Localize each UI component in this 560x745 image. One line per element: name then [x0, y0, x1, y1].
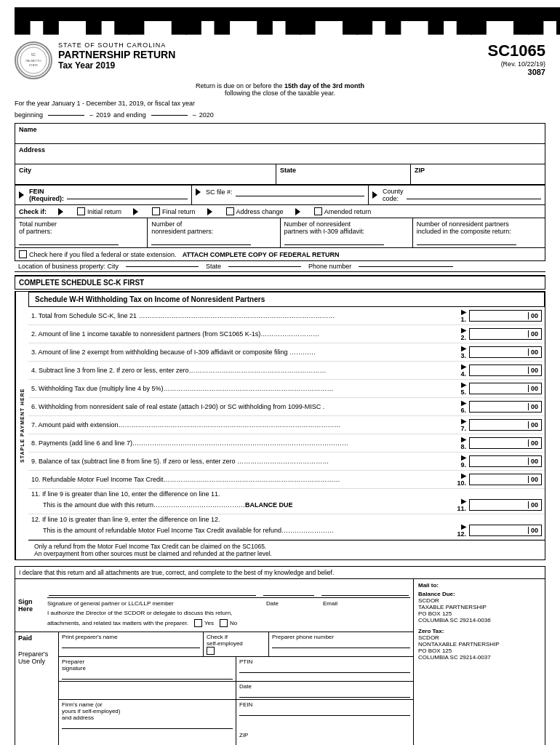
amended-return-check[interactable]: Amended return — [314, 207, 372, 215]
county-label: County code: — [383, 188, 404, 202]
no-check[interactable]: No — [220, 619, 237, 627]
line-5-amount[interactable]: 00 — [469, 383, 542, 394]
final-return-check[interactable]: Final return — [152, 207, 196, 215]
total-partners-input[interactable] — [19, 236, 119, 245]
preparer-section: Paid Preparer's Use Only Print preparer'… — [15, 632, 413, 745]
line-9-desc: 9. Balance of tax (subtract line 8 from … — [31, 458, 456, 465]
line-2-amount[interactable]: 00 — [469, 328, 542, 340]
line-9-amount[interactable]: 00 — [469, 455, 542, 467]
city-location-field[interactable] — [126, 266, 199, 267]
check-if-label: Check if: — [19, 208, 47, 215]
line-11-input[interactable] — [489, 501, 528, 509]
line-4-desc: 4. Subtract line 3 from line 2. If zero … — [31, 367, 456, 374]
line-7-input[interactable] — [489, 421, 528, 429]
phone-location-field[interactable] — [359, 266, 453, 267]
address-change-checkbox[interactable] — [226, 207, 234, 215]
schedule-wh-wrapper: STAPLE PAYMENT HERE Schedule W-H Withhol… — [15, 291, 545, 560]
line-5-row: 5. Withholding Tax due (multiply line 4 … — [28, 380, 545, 398]
nonresident-input[interactable] — [151, 236, 251, 245]
fein-prep-input[interactable] — [239, 708, 410, 716]
self-employed-checkbox[interactable] — [207, 647, 215, 655]
composite-input[interactable] — [417, 236, 516, 245]
city-input[interactable] — [19, 174, 272, 182]
line-6-input[interactable] — [489, 403, 528, 410]
line-12-row: 12. If line 10 is greater than line 9, e… — [28, 514, 545, 540]
name-row: Name — [15, 124, 545, 144]
beginning-field[interactable] — [48, 115, 84, 116]
line-4-input[interactable] — [489, 367, 528, 374]
phone-prep-input[interactable] — [272, 640, 410, 648]
i309-input[interactable] — [284, 236, 384, 245]
final-arrow — [133, 208, 138, 215]
tax-year-title: Tax Year 2019 — [58, 60, 487, 71]
line-1-input[interactable] — [489, 312, 528, 319]
initial-return-checkbox[interactable] — [77, 207, 85, 215]
line-11-row: 11. If line 9 is greater than line 10, e… — [28, 489, 545, 514]
line-10-desc: 10. Refundable Motor Fuel Income Tax Cre… — [31, 476, 453, 483]
date-prep-label: Date — [239, 683, 410, 690]
print-name-input[interactable] — [62, 640, 200, 648]
line-8-amount[interactable]: 00 — [469, 437, 542, 449]
address-input[interactable] — [19, 154, 541, 162]
line-6-amount[interactable]: 00 — [469, 401, 542, 413]
date-prep-input[interactable] — [239, 690, 410, 698]
city-cell: City — [15, 164, 276, 184]
paid-label: Paid — [18, 634, 55, 642]
check-if-row: Check if: Initial return Final return Ad… — [15, 205, 545, 218]
extension-check[interactable]: Check here if you filed a federal or sta… — [19, 250, 177, 258]
preparer-sig-input[interactable] — [62, 672, 233, 680]
ending-field[interactable] — [151, 115, 188, 116]
zip-prep-input[interactable] — [239, 738, 410, 745]
state-input[interactable] — [280, 174, 407, 182]
line-11-amount[interactable]: 00 — [469, 499, 542, 511]
extension-checkbox[interactable] — [19, 250, 27, 258]
initial-return-check[interactable]: Initial return — [77, 207, 121, 215]
email-input[interactable] — [321, 588, 409, 596]
nonresident-label: Number of nonresident partners: — [151, 220, 276, 235]
line-11-desc2: This is the amount due with this return…… — [31, 501, 453, 509]
county-input[interactable] — [407, 191, 541, 199]
line-5-input[interactable] — [489, 385, 528, 392]
line-1-amount[interactable]: 00 — [469, 310, 542, 322]
line-10-cents: 00 — [528, 476, 538, 483]
amended-arrow — [295, 208, 300, 215]
declaration-header: I declare that this return and all attac… — [15, 567, 545, 579]
line-12-input[interactable] — [489, 527, 528, 534]
line-12-amount[interactable]: 00 — [469, 525, 542, 536]
total-partners-label: Total number of partners: — [19, 220, 143, 235]
line-2-num: ▶ 2. — [456, 327, 466, 341]
zip-input[interactable] — [415, 174, 541, 182]
firms-name-input[interactable] — [62, 721, 233, 729]
due-notice: Return is due on or before the 15th day … — [15, 82, 545, 97]
ptin-cell: PTIN — [236, 657, 413, 681]
balance-due-mail: Balance Due: SCDOR TAXABLE PARTNERSHIP P… — [418, 591, 540, 624]
sc-file-input[interactable] — [236, 188, 364, 196]
line-7-amount[interactable]: 00 — [469, 419, 542, 431]
line-10-input[interactable] — [489, 476, 528, 483]
date-prep-cell: Date — [236, 682, 413, 699]
final-return-checkbox[interactable] — [152, 207, 160, 215]
amended-return-checkbox[interactable] — [314, 207, 322, 215]
line-7-desc: 7. Amount paid with extension……………………………… — [31, 421, 456, 429]
yes-check[interactable]: Yes — [194, 619, 214, 627]
line-9-input[interactable] — [489, 458, 528, 465]
addr-prep-cell — [59, 730, 236, 745]
line-8-input[interactable] — [489, 439, 528, 447]
no-checkbox[interactable] — [220, 619, 228, 627]
line-10-amount[interactable]: 00 — [469, 474, 542, 485]
signature-input[interactable] — [49, 588, 256, 596]
line-2-input[interactable] — [489, 330, 528, 338]
fein-input[interactable] — [67, 191, 188, 199]
yes-checkbox[interactable] — [194, 619, 202, 627]
line-3-amount[interactable]: 00 — [469, 346, 542, 358]
line-3-input[interactable] — [489, 348, 528, 356]
state-location-field[interactable] — [228, 266, 301, 267]
date-input[interactable] — [263, 588, 314, 596]
line-5-desc: 5. Withholding Tax due (multiply line 4 … — [31, 385, 456, 392]
line-4-amount[interactable]: 00 — [469, 364, 542, 376]
ptin-input[interactable] — [239, 665, 410, 673]
name-input[interactable] — [19, 133, 541, 141]
sign-fields: Signature of general partner or LLC/LLP … — [47, 582, 410, 629]
address-change-check[interactable]: Address change — [226, 207, 284, 215]
form-main-title: PARTNERSHIP RETURN — [58, 49, 487, 60]
